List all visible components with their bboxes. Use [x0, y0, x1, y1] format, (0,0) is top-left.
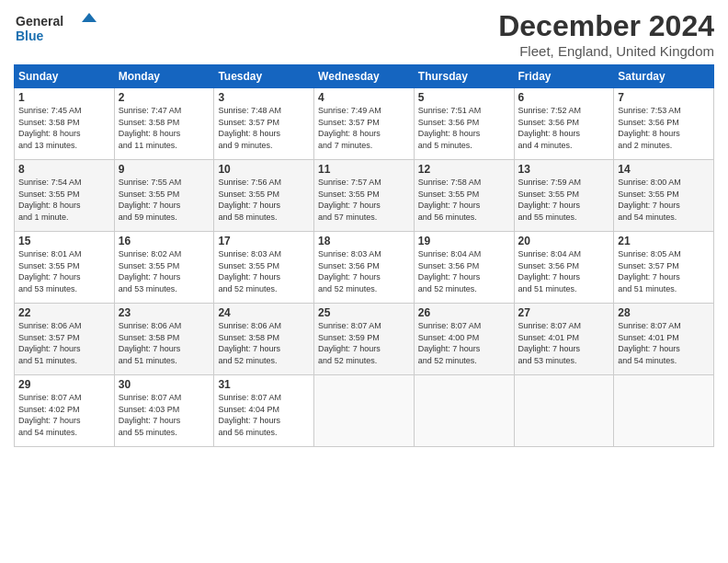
day-info: Sunrise: 8:07 AMSunset: 3:59 PMDaylight:…	[318, 320, 410, 366]
calendar-body: 1Sunrise: 7:45 AMSunset: 3:58 PMDaylight…	[15, 88, 714, 447]
logo-content: General Blue	[14, 9, 97, 54]
day-number: 5	[418, 91, 510, 104]
day-number: 16	[119, 235, 210, 247]
calendar-cell: 4Sunrise: 7:49 AMSunset: 3:57 PMDaylight…	[314, 88, 415, 160]
calendar-cell: 22Sunrise: 8:06 AMSunset: 3:57 PMDayligh…	[15, 304, 115, 375]
calendar-cell	[414, 375, 514, 447]
day-info: Sunrise: 7:52 AMSunset: 3:56 PMDaylight:…	[518, 105, 610, 151]
day-info: Sunrise: 7:58 AMSunset: 3:55 PMDaylight:…	[418, 177, 510, 223]
calendar-cell: 7Sunrise: 7:53 AMSunset: 3:56 PMDaylight…	[614, 88, 714, 160]
day-info: Sunrise: 8:07 AMSunset: 4:01 PMDaylight:…	[618, 320, 710, 366]
title-block: December 2024 Fleet, England, United Kin…	[498, 9, 714, 59]
page: General Blue December 2024 Fleet, Englan…	[0, 0, 728, 563]
subtitle: Fleet, England, United Kingdom	[498, 43, 714, 59]
calendar-cell: 19Sunrise: 8:04 AMSunset: 3:56 PMDayligh…	[414, 232, 514, 304]
day-info: Sunrise: 8:07 AMSunset: 4:02 PMDaylight:…	[18, 392, 110, 438]
day-number: 20	[518, 235, 610, 247]
calendar-cell: 28Sunrise: 8:07 AMSunset: 4:01 PMDayligh…	[614, 304, 714, 375]
day-info: Sunrise: 7:59 AMSunset: 3:55 PMDaylight:…	[518, 177, 610, 223]
calendar-cell: 12Sunrise: 7:58 AMSunset: 3:55 PMDayligh…	[414, 160, 514, 232]
calendar-cell: 29Sunrise: 8:07 AMSunset: 4:02 PMDayligh…	[15, 375, 115, 447]
day-number: 9	[119, 163, 210, 176]
day-info: Sunrise: 7:51 AMSunset: 3:56 PMDaylight:…	[418, 105, 510, 151]
logo-svg: General Blue	[14, 9, 97, 51]
calendar-cell: 26Sunrise: 8:07 AMSunset: 4:00 PMDayligh…	[414, 304, 514, 375]
logo: General Blue	[14, 9, 97, 54]
calendar-cell: 11Sunrise: 7:57 AMSunset: 3:55 PMDayligh…	[314, 160, 415, 232]
day-number: 10	[218, 163, 310, 176]
day-info: Sunrise: 8:07 AMSunset: 4:00 PMDaylight:…	[418, 320, 510, 366]
header-saturday: Saturday	[614, 65, 714, 88]
calendar-cell: 6Sunrise: 7:52 AMSunset: 3:56 PMDaylight…	[514, 88, 614, 160]
calendar-week-1: 1Sunrise: 7:45 AMSunset: 3:58 PMDaylight…	[15, 88, 714, 160]
calendar-header: Sunday Monday Tuesday Wednesday Thursday…	[15, 65, 714, 88]
day-info: Sunrise: 7:55 AMSunset: 3:55 PMDaylight:…	[119, 177, 210, 223]
day-info: Sunrise: 7:47 AMSunset: 3:58 PMDaylight:…	[119, 105, 210, 151]
day-info: Sunrise: 8:07 AMSunset: 4:01 PMDaylight:…	[518, 320, 610, 366]
day-info: Sunrise: 8:04 AMSunset: 3:56 PMDaylight:…	[518, 248, 610, 294]
calendar-cell: 24Sunrise: 8:06 AMSunset: 3:58 PMDayligh…	[214, 304, 314, 375]
day-number: 7	[618, 91, 710, 104]
day-number: 15	[18, 235, 110, 247]
day-number: 8	[18, 163, 110, 176]
day-number: 26	[418, 306, 510, 319]
day-number: 6	[518, 91, 610, 104]
svg-text:General: General	[16, 14, 63, 29]
calendar-cell: 14Sunrise: 8:00 AMSunset: 3:55 PMDayligh…	[614, 160, 714, 232]
calendar-cell: 3Sunrise: 7:48 AMSunset: 3:57 PMDaylight…	[214, 88, 314, 160]
calendar-cell: 15Sunrise: 8:01 AMSunset: 3:55 PMDayligh…	[15, 232, 115, 304]
day-info: Sunrise: 8:06 AMSunset: 3:58 PMDaylight:…	[218, 320, 310, 366]
day-number: 17	[218, 235, 310, 247]
header: General Blue December 2024 Fleet, Englan…	[14, 9, 714, 59]
day-info: Sunrise: 7:48 AMSunset: 3:57 PMDaylight:…	[218, 105, 310, 151]
day-info: Sunrise: 8:07 AMSunset: 4:04 PMDaylight:…	[218, 392, 310, 438]
day-number: 22	[18, 306, 110, 319]
day-number: 12	[418, 163, 510, 176]
calendar-table: Sunday Monday Tuesday Wednesday Thursday…	[14, 64, 714, 447]
calendar-cell: 23Sunrise: 8:06 AMSunset: 3:58 PMDayligh…	[114, 304, 214, 375]
day-number: 3	[218, 91, 310, 104]
day-info: Sunrise: 8:06 AMSunset: 3:58 PMDaylight:…	[119, 320, 210, 366]
day-number: 13	[518, 163, 610, 176]
day-info: Sunrise: 8:07 AMSunset: 4:03 PMDaylight:…	[119, 392, 210, 438]
day-number: 24	[218, 306, 310, 319]
day-number: 28	[618, 306, 710, 319]
day-info: Sunrise: 8:05 AMSunset: 3:57 PMDaylight:…	[618, 248, 710, 294]
day-info: Sunrise: 8:04 AMSunset: 3:56 PMDaylight:…	[418, 248, 510, 294]
calendar-cell: 2Sunrise: 7:47 AMSunset: 3:58 PMDaylight…	[114, 88, 214, 160]
calendar-week-5: 29Sunrise: 8:07 AMSunset: 4:02 PMDayligh…	[15, 375, 714, 447]
calendar-week-2: 8Sunrise: 7:54 AMSunset: 3:55 PMDaylight…	[15, 160, 714, 232]
calendar-cell: 1Sunrise: 7:45 AMSunset: 3:58 PMDaylight…	[15, 88, 115, 160]
day-info: Sunrise: 8:02 AMSunset: 3:55 PMDaylight:…	[119, 248, 210, 294]
day-number: 21	[618, 235, 710, 247]
calendar-cell: 21Sunrise: 8:05 AMSunset: 3:57 PMDayligh…	[614, 232, 714, 304]
calendar-cell	[614, 375, 714, 447]
day-number: 1	[18, 91, 110, 104]
calendar-cell	[314, 375, 415, 447]
calendar-cell: 16Sunrise: 8:02 AMSunset: 3:55 PMDayligh…	[114, 232, 214, 304]
main-title: December 2024	[498, 9, 714, 43]
calendar-cell: 5Sunrise: 7:51 AMSunset: 3:56 PMDaylight…	[414, 88, 514, 160]
svg-text:Blue: Blue	[16, 29, 44, 43]
day-number: 25	[318, 306, 410, 319]
calendar-cell: 9Sunrise: 7:55 AMSunset: 3:55 PMDaylight…	[114, 160, 214, 232]
day-number: 18	[318, 235, 410, 247]
calendar-cell: 20Sunrise: 8:04 AMSunset: 3:56 PMDayligh…	[514, 232, 614, 304]
calendar-cell	[514, 375, 614, 447]
calendar-cell: 18Sunrise: 8:03 AMSunset: 3:56 PMDayligh…	[314, 232, 415, 304]
header-friday: Friday	[514, 65, 614, 88]
day-number: 11	[318, 163, 410, 176]
header-sunday: Sunday	[15, 65, 115, 88]
calendar-cell: 10Sunrise: 7:56 AMSunset: 3:55 PMDayligh…	[214, 160, 314, 232]
svg-marker-1	[82, 13, 97, 22]
calendar-cell: 17Sunrise: 8:03 AMSunset: 3:55 PMDayligh…	[214, 232, 314, 304]
day-number: 27	[518, 306, 610, 319]
calendar-cell: 8Sunrise: 7:54 AMSunset: 3:55 PMDaylight…	[15, 160, 115, 232]
calendar-cell: 13Sunrise: 7:59 AMSunset: 3:55 PMDayligh…	[514, 160, 614, 232]
day-info: Sunrise: 7:45 AMSunset: 3:58 PMDaylight:…	[18, 105, 110, 151]
header-tuesday: Tuesday	[214, 65, 314, 88]
day-info: Sunrise: 7:54 AMSunset: 3:55 PMDaylight:…	[18, 177, 110, 223]
calendar-cell: 31Sunrise: 8:07 AMSunset: 4:04 PMDayligh…	[214, 375, 314, 447]
day-info: Sunrise: 8:00 AMSunset: 3:55 PMDaylight:…	[618, 177, 710, 223]
header-thursday: Thursday	[414, 65, 514, 88]
